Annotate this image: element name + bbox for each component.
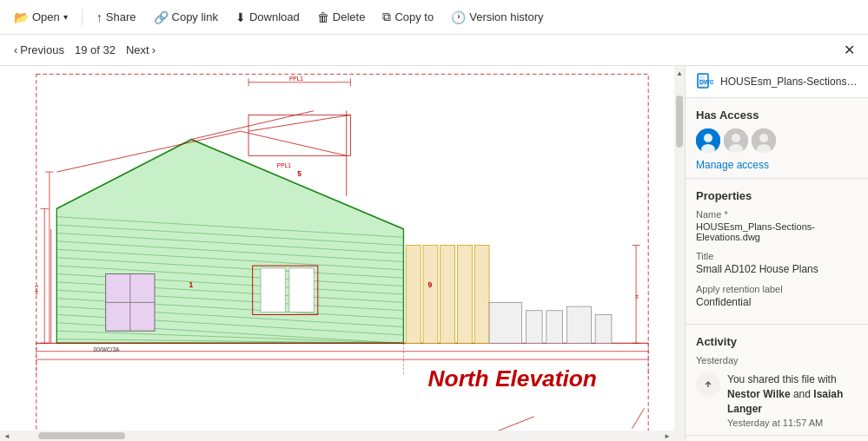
- page-count: 19 of 32: [75, 43, 116, 56]
- svg-rect-45: [489, 302, 522, 343]
- prop-name-row: Name * HOUSEsm_Plans-Sections-Elevations…: [696, 209, 858, 242]
- svg-text:DWG: DWG: [699, 79, 713, 85]
- prop-title-row: Title Small AD102 House Plans: [696, 251, 858, 275]
- svg-point-76: [704, 134, 712, 142]
- main-area: 00/WC/3A 5 1 PPL1: [0, 66, 868, 441]
- copy-to-label: Copy to: [394, 10, 434, 23]
- avatar-user2: [724, 128, 748, 153]
- svg-text:PPL1: PPL1: [277, 162, 291, 168]
- activity-user1: Nestor Wilke: [727, 388, 791, 400]
- total-pages: 32: [103, 43, 115, 56]
- avatar-user1: [696, 128, 720, 153]
- close-icon: ✕: [844, 42, 855, 58]
- properties-title: Properties: [696, 189, 858, 202]
- page-separator: of: [90, 43, 103, 56]
- history-icon: 🕐: [451, 10, 466, 24]
- delete-button[interactable]: 🗑 Delete: [310, 7, 373, 28]
- activity-time: Yesterday at 11:57 AM: [727, 418, 858, 428]
- drawing-canvas: 00/WC/3A 5 1 PPL1: [0, 66, 685, 441]
- activity-section: Activity Yesterday You shared this file …: [686, 325, 868, 435]
- download-label: Download: [249, 10, 300, 23]
- svg-rect-35: [261, 268, 285, 313]
- svg-text:00/WC/3A: 00/WC/3A: [94, 346, 121, 352]
- previous-button[interactable]: ‹ Previous: [7, 40, 71, 60]
- svg-rect-41: [423, 246, 438, 344]
- svg-text:5: 5: [297, 169, 301, 178]
- prop-name-value: HOUSEsm_Plans-Sections-Elevations.dwg: [696, 221, 858, 242]
- svg-rect-42: [441, 246, 455, 344]
- svg-text:H: H: [634, 295, 639, 299]
- previous-label: Previous: [20, 43, 64, 56]
- svg-rect-47: [547, 311, 563, 344]
- copy-link-label: Copy link: [172, 10, 218, 23]
- open-dropdown-icon[interactable]: ▾: [63, 12, 68, 22]
- file-name: HOUSEsm_Plans-Sections-Elevation...: [720, 76, 858, 88]
- svg-text:1: 1: [189, 280, 193, 289]
- scrollbar-thumb-h[interactable]: [38, 432, 125, 439]
- file-header: DWG HOUSEsm_Plans-Sections-Elevation...: [686, 66, 868, 98]
- chevron-right-icon: ›: [152, 43, 156, 56]
- svg-rect-44: [474, 246, 489, 344]
- open-button[interactable]: 📂 Open ▾: [7, 7, 75, 28]
- drawing-area[interactable]: 00/WC/3A 5 1 PPL1: [0, 66, 686, 441]
- avatar-user3: [752, 128, 776, 153]
- activity-prefix: You shared this file with: [727, 373, 837, 385]
- divider: [82, 9, 83, 26]
- right-panel: DWG HOUSEsm_Plans-Sections-Elevation... …: [686, 66, 868, 441]
- svg-rect-48: [567, 306, 591, 343]
- scroll-right-arrow[interactable]: ►: [662, 431, 673, 441]
- prop-title-value: Small AD102 House Plans: [696, 263, 858, 275]
- prop-retention-value: Confidential: [696, 296, 858, 308]
- activity-title: Activity: [696, 335, 858, 348]
- download-button[interactable]: ⬇ Download: [229, 7, 307, 28]
- next-button[interactable]: Next ›: [119, 40, 162, 60]
- link-icon: 🔗: [154, 10, 169, 24]
- avatars-container: [696, 128, 858, 153]
- prop-retention-label: Apply retention label: [696, 284, 858, 294]
- prop-title-label: Title: [696, 251, 858, 261]
- activity-date: Yesterday: [696, 355, 858, 365]
- properties-section: Properties Name * HOUSEsm_Plans-Sections…: [686, 179, 868, 325]
- share-icon: ↑: [96, 10, 103, 24]
- svg-text:H=1: H=1: [34, 285, 39, 293]
- has-access-title: Has Access: [696, 109, 858, 122]
- svg-rect-36: [289, 268, 314, 313]
- vertical-scrollbar[interactable]: ▲: [674, 66, 685, 441]
- svg-text:PPL1: PPL1: [289, 76, 303, 82]
- activity-item: You shared this file with Nestor Wilke a…: [696, 372, 858, 428]
- file-icon: DWG: [696, 73, 713, 90]
- delete-label: Delete: [333, 10, 366, 23]
- svg-text:9: 9: [428, 280, 433, 289]
- prop-name-label: Name *: [696, 209, 858, 220]
- delete-icon: 🗑: [317, 10, 329, 24]
- activity-text-block: You shared this file with Nestor Wilke a…: [727, 372, 858, 428]
- svg-rect-43: [457, 246, 472, 344]
- toolbar: 📂 Open ▾ ↑ Share 🔗 Copy link ⬇ Download …: [0, 0, 868, 35]
- current-page: 19: [75, 43, 87, 56]
- copy-link-button[interactable]: 🔗 Copy link: [147, 7, 225, 28]
- version-history-button[interactable]: 🕐 Version history: [444, 7, 550, 28]
- chevron-left-icon: ‹: [14, 43, 17, 56]
- copy-to-button[interactable]: ⧉ Copy to: [375, 6, 441, 28]
- close-button[interactable]: ✕: [837, 38, 861, 63]
- scroll-up-arrow[interactable]: ▲: [674, 68, 685, 78]
- activity-conjunction: and: [791, 388, 814, 400]
- scrollbar-thumb-v[interactable]: [676, 95, 683, 148]
- svg-rect-40: [406, 246, 421, 344]
- next-label: Next: [126, 43, 149, 56]
- svg-point-79: [732, 134, 740, 142]
- scroll-left-arrow[interactable]: ◄: [2, 431, 12, 441]
- prop-retention-row: Apply retention label Confidential: [696, 284, 858, 308]
- activity-share-icon: [696, 372, 720, 397]
- manage-access-link[interactable]: Manage access: [696, 159, 769, 171]
- has-access-section: Has Access: [686, 98, 868, 179]
- horizontal-scrollbar[interactable]: ◄ ►: [0, 431, 674, 441]
- svg-rect-46: [526, 311, 542, 344]
- share-button[interactable]: ↑ Share: [89, 7, 143, 28]
- more-details-bar[interactable]: ≡ More details ▾: [686, 435, 868, 441]
- svg-text:North Elevation: North Elevation: [428, 365, 597, 392]
- svg-rect-49: [595, 314, 612, 343]
- version-history-label: Version history: [469, 10, 543, 23]
- copy-icon: ⧉: [382, 10, 391, 24]
- share-label: Share: [106, 10, 136, 23]
